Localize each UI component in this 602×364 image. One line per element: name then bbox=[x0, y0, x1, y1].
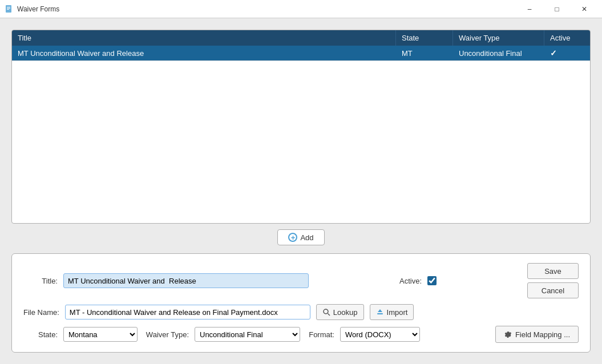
main-content: Title State Waiver Type Active MT Uncond… bbox=[0, 18, 602, 364]
form-row-filename: File Name: Lookup Import bbox=[23, 304, 579, 320]
cancel-button[interactable]: Cancel bbox=[527, 282, 579, 298]
lookup-button[interactable]: Lookup bbox=[316, 304, 364, 320]
title-input[interactable] bbox=[63, 273, 309, 288]
format-dropdown[interactable]: Word (DOCX) PDF bbox=[340, 327, 420, 342]
action-buttons: Save Cancel bbox=[527, 263, 579, 298]
state-dropdown[interactable]: Montana California Texas New York bbox=[63, 327, 138, 342]
window-controls: – □ ✕ bbox=[516, 0, 597, 18]
active-label: Active: bbox=[399, 277, 422, 285]
field-mapping-label: Field Mapping ... bbox=[515, 330, 570, 339]
minimize-button[interactable]: – bbox=[516, 0, 543, 18]
title-bar: Waiver Forms – □ ✕ bbox=[0, 0, 602, 18]
svg-marker-7 bbox=[378, 309, 382, 312]
import-icon bbox=[376, 308, 384, 316]
svg-line-5 bbox=[328, 314, 330, 316]
svg-rect-3 bbox=[7, 9, 9, 10]
waiver-type-dropdown[interactable]: Unconditional Final Unconditional Progre… bbox=[195, 327, 300, 342]
svg-rect-0 bbox=[6, 5, 11, 13]
field-mapping-button[interactable]: Field Mapping ... bbox=[495, 326, 579, 343]
table-header: Title State Waiver Type Active bbox=[12, 30, 590, 46]
title-label: Title: bbox=[23, 277, 58, 285]
svg-rect-2 bbox=[7, 8, 10, 9]
add-button[interactable]: + Add bbox=[277, 229, 324, 245]
add-button-label: Add bbox=[300, 233, 313, 242]
cell-waiver-type: Unconditional Final bbox=[453, 46, 544, 60]
app-icon bbox=[5, 5, 14, 14]
table-row[interactable]: MT Unconditional Waiver and Release MT U… bbox=[12, 46, 590, 61]
svg-point-4 bbox=[324, 309, 328, 314]
add-button-row: + Add bbox=[11, 229, 591, 245]
filename-label: File Name: bbox=[23, 308, 59, 317]
waiver-table: Title State Waiver Type Active MT Uncond… bbox=[11, 30, 591, 224]
import-button[interactable]: Import bbox=[370, 304, 414, 320]
svg-rect-6 bbox=[377, 313, 383, 314]
col-title: Title bbox=[12, 30, 396, 46]
waiver-type-label: Waiver Type: bbox=[143, 330, 189, 339]
active-checkbox[interactable] bbox=[427, 276, 437, 285]
close-button[interactable]: ✕ bbox=[571, 0, 597, 18]
cell-active: ✓ bbox=[544, 46, 590, 60]
gear-icon bbox=[504, 330, 512, 338]
format-label: Format: bbox=[306, 330, 334, 339]
col-waiver-type: Waiver Type bbox=[453, 30, 544, 46]
form-row-bottom: State: Montana California Texas New York… bbox=[23, 326, 579, 343]
window-title: Waiver Forms bbox=[17, 5, 59, 13]
table-body: MT Unconditional Waiver and Release MT U… bbox=[12, 46, 590, 223]
maximize-button[interactable]: □ bbox=[544, 0, 570, 18]
cell-title: MT Unconditional Waiver and Release bbox=[12, 46, 396, 60]
import-label: Import bbox=[387, 308, 408, 317]
filename-input[interactable] bbox=[65, 305, 310, 319]
search-icon bbox=[322, 308, 330, 316]
save-button[interactable]: Save bbox=[527, 263, 579, 279]
svg-rect-1 bbox=[7, 7, 10, 7]
state-label: State: bbox=[23, 330, 58, 339]
lookup-label: Lookup bbox=[333, 308, 358, 317]
cell-state: MT bbox=[396, 46, 453, 60]
form-section: Title: Active: Save Cancel File Name: Lo… bbox=[11, 253, 591, 353]
active-checkmark: ✓ bbox=[550, 48, 557, 58]
form-row-title: Title: Active: Save Cancel bbox=[23, 263, 579, 298]
add-circle-icon: + bbox=[288, 233, 297, 242]
col-active: Active bbox=[544, 30, 590, 46]
col-state: State bbox=[396, 30, 453, 46]
